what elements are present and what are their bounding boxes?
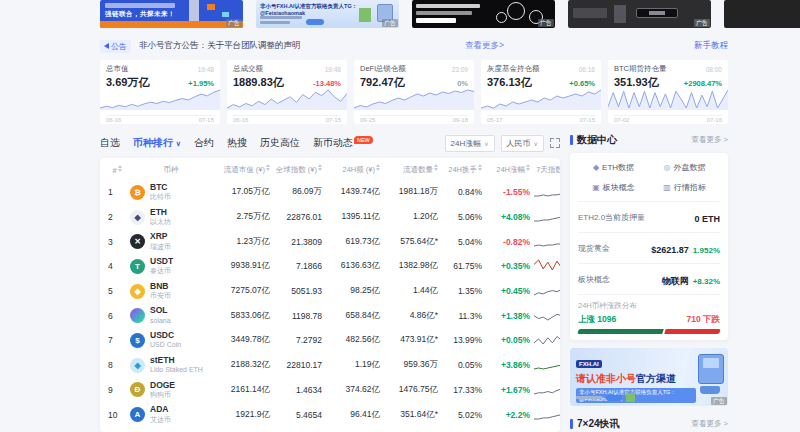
column-header-24H额 (¥)[interactable]: 24H额 (¥) [324, 158, 382, 180]
data-center-button-外盘数据[interactable]: ◎外盘数据 [649, 162, 720, 173]
stat-change: +1.95% [188, 79, 214, 88]
rank: 9 [106, 378, 128, 403]
circulating-supply: 959.36万 [382, 353, 440, 378]
coin-row-USDT[interactable]: 4TUSDT泰达币9938.91亿7.18666136.63亿1382.98亿6… [106, 254, 560, 279]
ad-banner-4[interactable]: 广告 [568, 0, 711, 28]
tab-自选[interactable]: 自选 [100, 136, 120, 150]
ad-banner-2[interactable]: 非小号FXH.AI认准官方联络负责人TG：@Feixiaohaomak广告 [256, 0, 399, 28]
data-center-more-link[interactable]: 查看更多 > [692, 135, 728, 145]
ad-strip [100, 21, 243, 28]
tab-新币动态[interactable]: 新币动态NEW [313, 136, 373, 150]
data-center-button-ETH数据[interactable]: ◆ETH数据 [578, 162, 649, 173]
global-index: 22810.17 [272, 353, 324, 378]
column-header-24H涨幅[interactable]: 24H涨幅 [484, 158, 532, 180]
data-row-现货黄金[interactable]: 现货黄金$2621.871.952% [578, 232, 720, 263]
coin-cell[interactable]: ◆stETHLido Staked ETH [128, 353, 214, 378]
global-index: 86.09万 [272, 180, 324, 205]
coin-cell[interactable]: ÐDOGE狗狗币 [128, 378, 214, 403]
coin-row-BTC[interactable]: 1₿BTC比特币17.05万亿86.09万1439.74亿1981.18万0.8… [106, 180, 560, 205]
dropdown-24H涨幅[interactable]: 24H涨幅∨ [445, 135, 495, 152]
tab-热搜[interactable]: 热搜 [227, 136, 247, 150]
coin-cell[interactable]: ✕XRP瑞波币 [128, 229, 214, 254]
data-row-label: 板块概念 [578, 274, 610, 285]
ad-device [636, 8, 678, 18]
coin-cell[interactable]: ◆BNB币安币 [128, 279, 214, 304]
coin-name: solana [150, 317, 171, 324]
coin-cell[interactable]: ₿BTC比特币 [128, 180, 214, 205]
ad-graphic [614, 5, 626, 23]
column-header-流通数量[interactable]: 流通数量 [382, 158, 440, 180]
dropdown-人民币[interactable]: 人民币∨ [501, 135, 544, 152]
coin-row-XRP[interactable]: 3✕XRP瑞波币1.23万亿21.3809619.73亿575.64亿*5.04… [106, 229, 560, 254]
stat-card-2[interactable]: 总成交额19:481889.83亿-13.48%06-1607-15 [227, 60, 347, 124]
column-header-24H换手[interactable]: 24H换手 [440, 158, 484, 180]
market-cap: 17.05万亿 [214, 180, 272, 205]
column-header-7天指数趋势: 7天指数趋势 [532, 158, 560, 180]
coin-cell[interactable]: SOLsolana [128, 303, 214, 328]
sidebar-ad-banner[interactable]: FXH.AI 请认准非小号官方渠道 非小号FXH.AI认准官方联络负责人TG：@… [570, 348, 728, 406]
coin-row-DOGE[interactable]: 9ÐDOGE狗狗币2161.14亿1.4634374.62亿1476.75亿17… [106, 378, 560, 403]
chevron-down-icon: ∨ [484, 140, 488, 147]
volume-24h: 658.84亿 [324, 303, 382, 328]
stat-timestamp: 19:48 [325, 66, 341, 73]
coin-cell[interactable]: ◆ETH以太坊 [128, 205, 214, 230]
tab-合约[interactable]: 合约 [194, 136, 214, 150]
stat-label: 总市值 [106, 64, 129, 74]
tab-币种排行[interactable]: 币种排行 ∨ [133, 136, 181, 150]
ad-title-blue: 官方渠道 [636, 373, 676, 384]
coin-row-ETH[interactable]: 2◆ETH以太坊2.75万亿22876.011395.11亿1.20亿5.06%… [106, 205, 560, 230]
doge-coin-icon: Ð [130, 382, 145, 397]
volume-24h: 374.62亿 [324, 378, 382, 403]
tab-历史高位[interactable]: 历史高位 [260, 136, 300, 150]
coin-cell[interactable]: AADA艾达币 [128, 402, 214, 427]
coin-row-stETH[interactable]: 8◆stETHLido Staked ETH2188.32亿22810.171.… [106, 353, 560, 378]
coin-row-SOL[interactable]: 6SOLsolana5833.06亿1198.78658.84亿4.86亿*11… [106, 303, 560, 328]
fullscreen-icon[interactable] [550, 138, 560, 148]
rank: 5 [106, 279, 128, 304]
data-center-button-板块概念[interactable]: ▣板块概念 [578, 182, 649, 193]
ad-banner-5[interactable]: 广告 [724, 0, 800, 28]
qr-code [359, 8, 371, 22]
turnover-24h: 5.02% [440, 402, 484, 427]
coin-row-USDC[interactable]: 7$USDCUSD Coin3449.78亿7.2792482.56亿473.9… [106, 328, 560, 353]
turnover-24h: 13.99% [440, 328, 484, 353]
beginner-tutorial-link[interactable]: 新手教程 [694, 40, 728, 52]
announcement-more-link[interactable]: 查看更多> [465, 40, 504, 52]
sparkline-7d [532, 229, 560, 254]
announcement-text[interactable]: 非小号官方公告：关于平台团队调整的声明 [139, 40, 301, 52]
data-row-板块概念[interactable]: 板块概念物联网+8.32% [578, 263, 720, 294]
change-24h: +0.05% [484, 328, 532, 353]
column-header-流通市值 (¥)[interactable]: 流通市值 (¥) [214, 158, 272, 180]
stat-card-4[interactable]: 灰度基金持仓额06:16376.13亿+0.65%05-1707-15 [481, 60, 601, 124]
data-row-ETH2.0当前质押量[interactable]: ETH2.0当前质押量0 ETH [578, 201, 720, 232]
rank: 8 [106, 353, 128, 378]
stat-date-range: 06-1607-15 [233, 115, 341, 123]
news-more-link[interactable]: 查看更多 > [692, 419, 728, 429]
change-24h: +1.38% [484, 303, 532, 328]
xrp-coin-icon: ✕ [130, 234, 145, 249]
coin-row-ADA[interactable]: 10AADA艾达币1921.9亿5.465496.41亿351.64亿*5.02… [106, 402, 560, 427]
stat-label: DeFi总锁仓额 [360, 64, 406, 74]
coin-cell[interactable]: TUSDT泰达币 [128, 254, 214, 279]
data-row-change: 1.952% [693, 246, 720, 255]
coin-symbol: BTC [150, 182, 167, 192]
market-cap: 9938.91亿 [214, 254, 272, 279]
change-24h: +2.2% [484, 402, 532, 427]
sparkline-7d [532, 205, 560, 230]
stat-card-1[interactable]: 总市值19:483.69万亿+1.95%06-1607-15 [100, 60, 220, 124]
data-center-button-行情指标[interactable]: ▥行情指标 [649, 182, 720, 193]
distribution-label: 24H币种涨跌分布 [578, 301, 720, 311]
column-header-#[interactable]: # [106, 158, 128, 180]
global-index: 1198.78 [272, 303, 324, 328]
coin-cell[interactable]: $USDCUSD Coin [128, 328, 214, 353]
market-cap: 2188.32亿 [214, 353, 272, 378]
coin-row-BNB[interactable]: 5◆BNB币安币7275.07亿5051.9398.25亿1.44亿1.35%+… [106, 279, 560, 304]
column-header-全球指数 (¥)[interactable]: 全球指数 (¥) [272, 158, 324, 180]
rank: 3 [106, 229, 128, 254]
ad-banner-1[interactable]: 强链联合，共探未来！广告 [100, 0, 243, 28]
turnover-24h: 17.33% [440, 378, 484, 403]
stat-card-5[interactable]: BTC期货持仓量08:00351.93亿+2908.47%07-0207-16 [608, 60, 728, 124]
stat-card-3[interactable]: DeFi总锁仓额23:09792.47亿0%09-2509-18 [354, 60, 474, 124]
ad-banner-3[interactable]: 广告 [412, 0, 555, 28]
sort-icon [118, 165, 122, 172]
